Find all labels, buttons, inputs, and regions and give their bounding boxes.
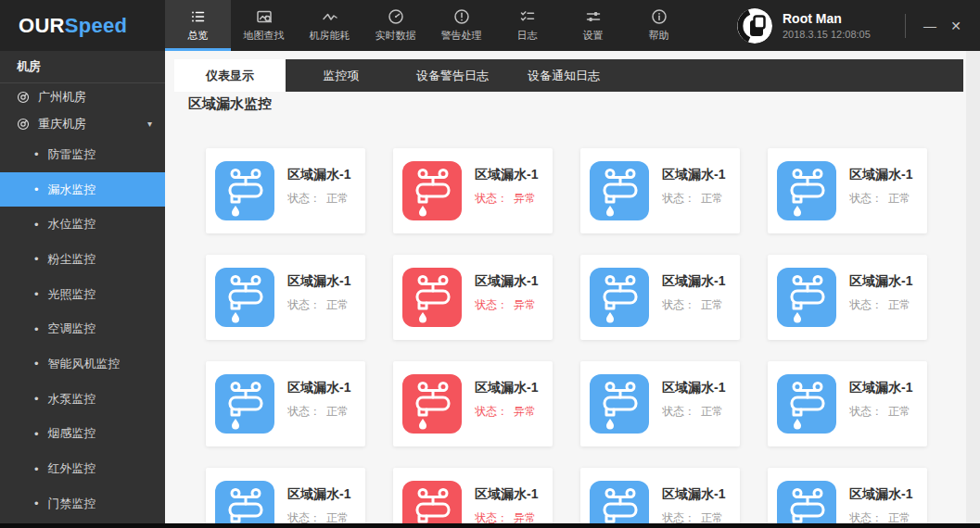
leak-monitor-card[interactable]: 区域漏水-1 状态： 正常 <box>580 255 740 340</box>
sidebar-monitor-item[interactable]: •门禁监控 <box>0 486 165 522</box>
monitor-room-icon <box>17 91 30 104</box>
tab[interactable]: 设备警告日志 <box>397 59 508 92</box>
sidebar-rooms: 广州机房重庆机房▾ <box>0 83 165 137</box>
avatar[interactable] <box>737 8 772 44</box>
sidebar-monitor-item[interactable]: •烟感监控 <box>0 417 165 452</box>
bullet-icon: • <box>34 148 39 160</box>
sidebar-room[interactable]: 广州机房 <box>0 83 165 110</box>
monitor-item-label: 空调监控 <box>48 321 96 337</box>
card-title: 区域漏水-1 <box>475 486 538 503</box>
nav-item-settings-sliders[interactable]: 设置 <box>560 0 626 51</box>
faucet-icon <box>590 161 649 220</box>
window-bottom-edge <box>0 523 980 528</box>
nav-label: 警告处理 <box>441 29 482 43</box>
user-datetime: 2018.3.15 12:08:05 <box>783 29 892 40</box>
map-search-icon <box>256 8 273 25</box>
card-status: 状态： 异常 <box>475 191 536 207</box>
monitor-item-label: 防雷监控 <box>48 146 96 163</box>
sidebar-monitor-item[interactable]: •智能风机监控 <box>0 346 165 382</box>
card-title: 区域漏水-1 <box>662 486 725 503</box>
status-prefix: 状态： <box>849 191 883 207</box>
leak-monitor-card[interactable]: 区域漏水-1 状态： 正常 <box>580 148 740 233</box>
status-value: 异常 <box>514 191 536 207</box>
leak-monitor-card[interactable]: 区域漏水-1 状态： 正常 <box>768 468 927 523</box>
tab[interactable]: 设备通知日志 <box>508 59 619 92</box>
card-grid: 区域漏水-1 状态： 正常 区域漏水-1 状态： 异常 区域漏水-1 状态： 正… <box>206 148 927 523</box>
status-value: 正常 <box>701 404 723 420</box>
status-value: 异常 <box>514 297 536 313</box>
leak-monitor-card[interactable]: 区域漏水-1 状态： 正常 <box>206 148 365 233</box>
bullet-icon: • <box>34 463 39 475</box>
monitor-room-icon <box>17 118 30 131</box>
card-status: 状态： 正常 <box>287 404 349 420</box>
nav-label: 总览 <box>188 29 209 43</box>
status-value: 正常 <box>888 297 910 313</box>
card-status: 状态： 正常 <box>287 510 349 523</box>
chevron-down-icon[interactable]: ▾ <box>147 119 152 129</box>
card-status: 状态： 正常 <box>662 510 723 523</box>
leak-monitor-card[interactable]: 区域漏水-1 状态： 正常 <box>206 255 365 340</box>
sidebar-monitor-item[interactable]: •防雷监控 <box>0 137 165 172</box>
sidebar-monitor-item[interactable]: •光照监控 <box>0 277 165 312</box>
leak-monitor-card[interactable]: 区域漏水-1 状态： 异常 <box>393 255 553 340</box>
leak-monitor-card[interactable]: 区域漏水-1 状态： 异常 <box>393 148 553 233</box>
bullet-icon: • <box>34 358 39 370</box>
header-divider <box>905 14 906 38</box>
nav-label: 地图查找 <box>244 29 285 43</box>
nav-item-map-search[interactable]: 地图查找 <box>231 0 297 51</box>
monitor-item-label: 烟感监控 <box>48 425 96 442</box>
content-right-gutter <box>966 51 980 523</box>
status-prefix: 状态： <box>287 191 321 207</box>
card-status: 状态： 正常 <box>662 191 723 207</box>
status-prefix: 状态： <box>287 510 321 523</box>
leak-monitor-card[interactable]: 区域漏水-1 状态： 异常 <box>393 468 553 523</box>
sidebar-monitor-item[interactable]: •红外监控 <box>0 451 165 486</box>
status-prefix: 状态： <box>662 297 695 313</box>
monitor-item-label: 水位监控 <box>48 216 96 233</box>
monitor-item-label: 漏水监控 <box>48 182 96 198</box>
monitor-item-label: 门禁监控 <box>48 496 96 512</box>
top-header: OURSpeed 总览地图查找机房能耗实时数据警告处理日志设置帮助 Root M… <box>0 0 980 51</box>
nav-label: 实时数据 <box>375 29 416 43</box>
nav-item-log-checklist[interactable]: 日志 <box>494 0 560 51</box>
sidebar-monitor-item[interactable]: •水位监控 <box>0 207 165 242</box>
card-status: 状态： 正常 <box>849 404 910 420</box>
sidebar-monitor-item[interactable]: •空调监控 <box>0 311 165 346</box>
leak-monitor-card[interactable]: 区域漏水-1 状态： 正常 <box>206 468 365 523</box>
leak-monitor-card[interactable]: 区域漏水-1 状态： 正常 <box>580 361 740 446</box>
leak-monitor-card[interactable]: 区域漏水-1 状态： 异常 <box>393 361 553 446</box>
nav-item-realtime-gauge[interactable]: 实时数据 <box>363 0 428 51</box>
nav-item-energy-chart[interactable]: 机房能耗 <box>297 0 363 51</box>
faucet-icon <box>215 161 274 220</box>
sidebar-room[interactable]: 重庆机房▾ <box>0 110 165 137</box>
nav-item-help-info[interactable]: 帮助 <box>626 0 692 51</box>
monitor-item-label: 水泵监控 <box>48 391 96 408</box>
tab[interactable]: 监控项 <box>286 59 397 92</box>
leak-monitor-card[interactable]: 区域漏水-1 状态： 正常 <box>768 148 927 233</box>
status-prefix: 状态： <box>849 404 883 420</box>
sidebar-monitor-item[interactable]: •漏水监控 <box>0 172 165 207</box>
nav-item-list[interactable]: 总览 <box>165 0 231 51</box>
faucet-icon <box>777 161 836 220</box>
faucet-icon <box>215 481 274 523</box>
close-button[interactable]: ✕ <box>943 13 969 39</box>
card-status: 状态： 异常 <box>475 510 536 523</box>
bullet-icon: • <box>34 219 39 231</box>
minimize-button[interactable]: — <box>917 13 943 39</box>
status-prefix: 状态： <box>475 404 508 420</box>
leak-monitor-card[interactable]: 区域漏水-1 状态： 正常 <box>768 255 927 340</box>
leak-monitor-card[interactable]: 区域漏水-1 状态： 正常 <box>206 361 365 446</box>
leak-monitor-card[interactable]: 区域漏水-1 状态： 正常 <box>768 361 927 446</box>
list-icon <box>190 8 207 25</box>
faucet-icon <box>402 481 462 523</box>
tab[interactable]: 仪表显示 <box>174 59 286 92</box>
bullet-icon: • <box>34 497 39 509</box>
nav-item-alert-circle[interactable]: 警告处理 <box>428 0 494 51</box>
sidebar-monitor-item[interactable]: •水泵监控 <box>0 382 165 417</box>
card-title: 区域漏水-1 <box>849 380 912 396</box>
status-value: 异常 <box>514 510 536 523</box>
sidebar-monitor-item[interactable]: •粉尘监控 <box>0 242 165 277</box>
leak-monitor-card[interactable]: 区域漏水-1 状态： 正常 <box>580 468 740 523</box>
user-meta: Root Man 2018.3.15 12:08:05 <box>783 11 892 40</box>
status-prefix: 状态： <box>475 510 508 523</box>
